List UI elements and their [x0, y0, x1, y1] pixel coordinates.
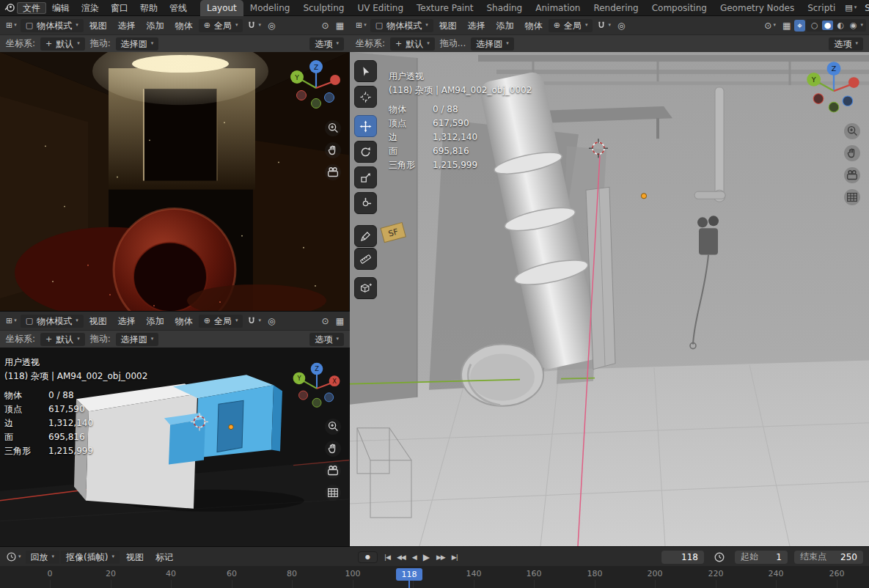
gizmos-toggle-icon[interactable]: ⌖	[794, 20, 805, 32]
prev-frame-button[interactable]: ◀	[412, 554, 417, 561]
menu-add[interactable]: 添加	[491, 19, 519, 32]
menu-help[interactable]: 帮助	[134, 2, 164, 14]
timeline-editor-type-button[interactable]: ▾	[3, 550, 24, 564]
menu-keying[interactable]: 抠像(插帧)▾	[61, 551, 120, 564]
editor-type-button[interactable]: ⊞▾	[3, 315, 20, 326]
coord-system-dropdown[interactable]: +默认▾	[40, 37, 85, 51]
orientation-dropdown[interactable]: ⊕全局▾	[549, 19, 593, 32]
viewport-solid[interactable]: ⊞▾ ▢物体模式▾ 视图 选择 添加 物体 ⊕全局▾ ▾ ◎ ⊙ ▦ 坐标系: …	[0, 312, 350, 546]
tab-layout[interactable]: Layout	[200, 0, 243, 16]
overlays-icon[interactable]: ⊙	[319, 20, 332, 32]
snap-magnet-icon[interactable]: ▾	[243, 19, 264, 32]
menu-select[interactable]: 选择	[113, 315, 141, 328]
drag-tool-dropdown[interactable]: 选择圆▾	[471, 37, 514, 51]
camera-view-icon[interactable]	[325, 164, 341, 180]
menu-window[interactable]: 窗口	[105, 2, 134, 14]
jump-to-start-button[interactable]: |◀	[384, 554, 390, 561]
coord-system-dropdown[interactable]: +默认▾	[390, 37, 435, 51]
auto-keying-clock-icon[interactable]	[711, 550, 728, 565]
playhead-line[interactable]	[408, 581, 410, 588]
tool-select-box[interactable]	[354, 60, 377, 82]
menu-file[interactable]: 文件	[17, 2, 46, 14]
tab-animation[interactable]: Animation	[529, 0, 587, 16]
menu-add[interactable]: 添加	[142, 19, 169, 32]
mode-dropdown[interactable]: ▢物体模式▾	[21, 19, 84, 32]
navigation-gizmo[interactable]: Z Y	[287, 57, 345, 116]
scene-selector[interactable]: Scene	[865, 3, 869, 13]
menu-select[interactable]: 选择	[463, 19, 491, 32]
mode-dropdown[interactable]: ▢物体模式▾	[21, 315, 84, 328]
menu-marker[interactable]: 标记	[150, 551, 178, 564]
tool-measure[interactable]	[354, 248, 377, 270]
proportional-editing-icon[interactable]: ◎	[615, 20, 628, 32]
coord-system-dropdown[interactable]: +默认▾	[40, 333, 85, 346]
play-button[interactable]: ▶	[423, 552, 430, 562]
tool-add-cube[interactable]	[354, 277, 377, 299]
tab-sculpting[interactable]: Sculpting	[296, 0, 351, 16]
tool-scale[interactable]	[354, 166, 377, 188]
menu-edit[interactable]: 编辑	[46, 2, 76, 14]
pan-hand-icon[interactable]	[325, 142, 341, 158]
tool-transform[interactable]	[354, 192, 377, 214]
orientation-dropdown[interactable]: ⊕全局▾	[199, 315, 243, 328]
tool-rotate[interactable]	[354, 141, 377, 163]
tool-move[interactable]	[354, 115, 377, 137]
menu-add[interactable]: 添加	[142, 315, 169, 328]
snap-magnet-icon[interactable]: ▾	[243, 315, 264, 328]
zoom-icon[interactable]	[844, 123, 860, 139]
mode-dropdown[interactable]: ▢物体模式▾	[370, 19, 433, 32]
options-dropdown[interactable]: 选项▾	[309, 333, 344, 346]
orientation-dropdown[interactable]: ⊕全局▾	[199, 19, 243, 32]
jump-to-end-button[interactable]: ▶|	[452, 554, 458, 561]
shading-rendered-icon[interactable]: ◉	[848, 21, 859, 30]
navigation-gizmo[interactable]: Z Y	[803, 59, 865, 120]
editor-type-button[interactable]: ⊞▾	[353, 20, 370, 31]
timeline-ruler[interactable]: 0 20 40 60 80 100 120 140 160 180 200 22…	[0, 566, 869, 588]
shading-solid-icon[interactable]: ●	[822, 21, 834, 30]
frame-start-field[interactable]: 起始1	[735, 551, 788, 564]
xray-icon[interactable]: ▦	[333, 315, 347, 327]
record-button[interactable]: ●	[358, 551, 378, 563]
tab-modeling[interactable]: Modeling	[243, 0, 297, 16]
camera-view-icon[interactable]	[844, 167, 860, 183]
overlays-icon[interactable]: ⊙▾	[761, 20, 779, 32]
menu-view[interactable]: 视图	[121, 551, 149, 564]
zoom-icon[interactable]	[325, 120, 341, 136]
scene-icon[interactable]: ▤▾	[842, 2, 859, 13]
menu-select[interactable]: 选择	[113, 19, 141, 32]
axis-x-handle[interactable]	[848, 77, 859, 88]
zoom-icon[interactable]	[325, 419, 341, 435]
menu-pipeline[interactable]: 管线	[164, 2, 193, 14]
proportional-editing-icon[interactable]: ◎	[265, 20, 278, 32]
prev-keyframe-button[interactable]: ◀◀	[397, 554, 406, 561]
proportional-editing-icon[interactable]: ◎	[265, 315, 278, 327]
xray-icon[interactable]: ▦	[780, 20, 793, 32]
tab-scripting[interactable]: Scripti	[801, 0, 842, 16]
drag-tool-dropdown[interactable]: 选择圆▾	[116, 333, 159, 346]
options-dropdown[interactable]: 选项▾	[309, 37, 344, 51]
current-frame-field[interactable]: 118	[661, 551, 704, 564]
current-frame-indicator[interactable]: 118	[396, 568, 422, 581]
tab-texture-paint[interactable]: Texture Paint	[410, 0, 480, 16]
menu-view[interactable]: 视图	[434, 19, 462, 32]
options-dropdown[interactable]: 选项▾	[829, 37, 863, 51]
tab-compositing[interactable]: Compositing	[645, 0, 714, 16]
drag-tool-dropdown[interactable]: 选择圆▾	[116, 37, 159, 51]
pan-hand-icon[interactable]	[325, 441, 341, 457]
menu-object[interactable]: 物体	[170, 315, 198, 328]
orthographic-grid-icon[interactable]	[844, 189, 860, 205]
tab-geometry-nodes[interactable]: Geometry Nodes	[714, 0, 801, 16]
viewport-main[interactable]: ⊞▾ ▢物体模式▾ 视图 选择 添加 物体 ⊕全局▾ ▾ ◎ ⊙▾ ▦ ⌖ ○ …	[350, 16, 869, 546]
menu-object[interactable]: 物体	[170, 19, 198, 32]
navigation-gizmo[interactable]: Z Y X	[290, 360, 344, 414]
next-keyframe-button[interactable]: ▶▶	[436, 554, 445, 561]
menu-object[interactable]: 物体	[520, 19, 548, 32]
tab-uv-editing[interactable]: UV Editing	[351, 0, 410, 16]
menu-playback[interactable]: 回放▾	[26, 551, 60, 564]
tab-shading[interactable]: Shading	[480, 0, 529, 16]
blender-menu-icon[interactable]	[4, 2, 15, 14]
editor-type-button[interactable]: ⊞▾	[3, 20, 20, 31]
pan-hand-icon[interactable]	[844, 145, 860, 161]
shading-material-icon[interactable]: ◐	[835, 21, 846, 30]
frame-end-field[interactable]: 结束点250	[794, 551, 863, 564]
